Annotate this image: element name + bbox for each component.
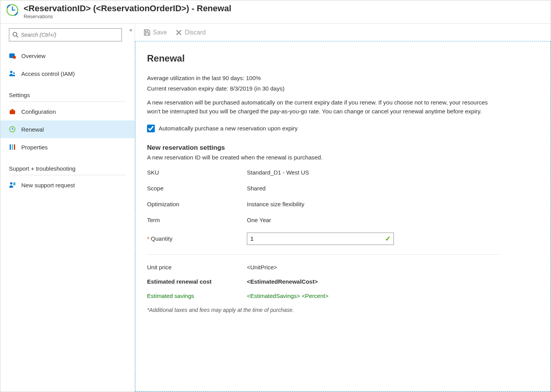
page-title: <ReservationID> (<ReservationOrderID>) -…: [24, 3, 231, 14]
save-icon: [144, 29, 151, 36]
support-icon: [9, 181, 16, 188]
field-sku: SKU Standard_D1 - West US: [147, 169, 539, 176]
properties-icon: [9, 144, 16, 151]
svg-rect-16: [14, 144, 15, 150]
svg-rect-9: [10, 110, 15, 114]
renewal-icon: [9, 126, 16, 133]
footnote: *Additional taxes and fees may apply at …: [147, 307, 539, 313]
svg-rect-14: [10, 144, 11, 150]
svg-point-7: [10, 71, 12, 73]
svg-point-3: [13, 33, 17, 36]
collapse-sidebar-button[interactable]: «: [129, 27, 132, 33]
divider: [147, 254, 499, 255]
access-icon: [9, 70, 16, 77]
panel-heading: Renewal: [147, 53, 539, 64]
cost-renewal-cost: Estimated renewal cost <EstimatedRenewal…: [147, 278, 539, 285]
cost-unit-price: Unit price <UnitPrice>: [147, 264, 539, 270]
svg-point-17: [10, 182, 12, 185]
auto-purchase-checkbox[interactable]: [147, 125, 155, 132]
sidebar-item-renewal[interactable]: Renewal: [0, 120, 135, 138]
new-reservation-title: New reservation settings: [147, 144, 539, 152]
svg-point-8: [13, 72, 15, 74]
auto-purchase-label[interactable]: Automatically purchase a new reservation…: [159, 125, 298, 132]
page-header: <ReservationID> (<ReservationOrderID>) -…: [0, 0, 551, 24]
overview-icon: [9, 52, 16, 59]
sidebar-item-configuration[interactable]: Configuration: [0, 103, 135, 120]
sidebar-item-new-support-request[interactable]: New support request: [0, 176, 135, 194]
save-button[interactable]: Save: [144, 29, 167, 36]
sidebar-item-label: Configuration: [21, 108, 56, 115]
reservation-icon: [6, 3, 19, 17]
svg-rect-18: [13, 182, 15, 185]
sidebar-item-label: Overview: [21, 53, 46, 59]
sidebar-item-label: Renewal: [21, 126, 44, 133]
valid-check-icon: ✓: [385, 235, 391, 243]
utilization-text: Average utilization in the last 90 days:…: [147, 75, 539, 81]
required-indicator: *: [147, 235, 149, 242]
sidebar: « Overview Access control (IAM) Sett: [0, 24, 135, 392]
config-icon: [9, 108, 16, 115]
svg-rect-20: [145, 33, 149, 35]
svg-rect-10: [11, 109, 14, 110]
sidebar-section-support: Support + troubleshooting: [0, 156, 135, 174]
field-quantity: *Quantity ✓: [147, 233, 539, 245]
field-scope: Scope Shared: [147, 185, 539, 192]
sidebar-item-label: New support request: [21, 182, 75, 188]
sidebar-item-label: Access control (IAM): [21, 70, 75, 77]
sidebar-item-access-control[interactable]: Access control (IAM): [0, 65, 135, 82]
svg-line-4: [17, 36, 19, 38]
field-optimization: Optimization Instance size flexibility: [147, 201, 539, 207]
sidebar-item-properties[interactable]: Properties: [0, 138, 135, 156]
divider: [9, 101, 126, 102]
search-icon: [12, 32, 19, 38]
sidebar-item-label: Properties: [21, 144, 48, 151]
discard-button[interactable]: Discard: [175, 29, 205, 36]
svg-rect-15: [12, 144, 13, 150]
sidebar-section-settings: Settings: [0, 82, 135, 101]
renewal-panel: Renewal Average utilization in the last …: [135, 41, 550, 325]
close-icon: [175, 29, 182, 36]
toolbar: Save Discard: [135, 24, 551, 41]
renewal-description: A new reservation will be purchased auto…: [147, 98, 499, 116]
svg-rect-19: [145, 30, 148, 32]
breadcrumb[interactable]: Reservations: [24, 14, 231, 19]
search-input[interactable]: [9, 28, 122, 41]
quantity-input[interactable]: [247, 233, 394, 245]
divider: [9, 175, 126, 175]
sidebar-item-overview[interactable]: Overview: [0, 47, 135, 65]
cost-savings: Estimated savings <EstimatedSavings> <Pe…: [147, 293, 539, 299]
new-reservation-subtitle: A new reservation ID will be created whe…: [147, 154, 539, 161]
svg-point-6: [13, 56, 16, 59]
field-term: Term One Year: [147, 217, 539, 223]
expiry-text: Current reservation expiry date: 8/3/201…: [147, 85, 539, 92]
